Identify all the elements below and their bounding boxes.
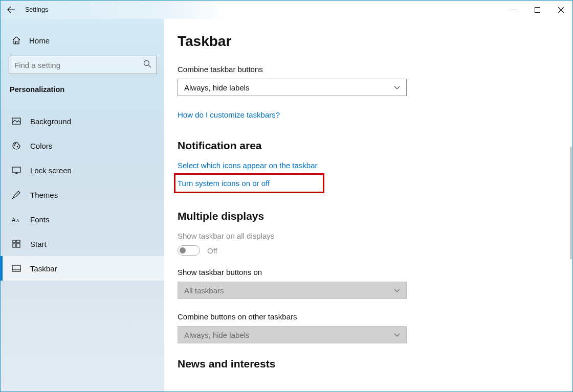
sidebar-item-label: Background bbox=[30, 117, 71, 126]
window-body: Home Personalization Background C bbox=[1, 19, 572, 391]
svg-rect-10 bbox=[16, 240, 20, 243]
palette-icon bbox=[12, 141, 21, 150]
scrollbar-thumb[interactable] bbox=[570, 147, 572, 259]
minimize-button[interactable] bbox=[502, 1, 525, 19]
svg-rect-13 bbox=[12, 265, 20, 271]
svg-rect-6 bbox=[12, 167, 20, 172]
paintbrush-icon bbox=[12, 190, 21, 199]
dropdown-value: All taskbars bbox=[184, 286, 224, 295]
nav-home-label: Home bbox=[29, 36, 50, 45]
close-icon bbox=[558, 7, 564, 13]
svg-point-1 bbox=[144, 61, 149, 66]
sidebar-category: Personalization bbox=[1, 79, 164, 102]
combine-taskbar-dropdown[interactable]: Always, hide labels bbox=[178, 79, 407, 96]
dropdown-value: Always, hide labels bbox=[184, 83, 250, 92]
close-button[interactable] bbox=[549, 1, 572, 19]
svg-point-4 bbox=[15, 143, 16, 144]
sidebar-item-themes[interactable]: Themes bbox=[1, 182, 164, 207]
maximize-icon bbox=[535, 7, 540, 13]
search-input[interactable] bbox=[14, 61, 137, 70]
sidebar-item-label: Colors bbox=[30, 142, 52, 150]
svg-text:A: A bbox=[12, 217, 16, 223]
back-arrow-icon bbox=[7, 6, 15, 14]
chevron-down-icon bbox=[394, 287, 400, 293]
show-all-displays-toggle[interactable] bbox=[178, 245, 200, 256]
svg-text:A: A bbox=[16, 218, 19, 223]
sidebar-item-label: Start bbox=[30, 240, 47, 248]
section-notification-area: Notification area bbox=[178, 140, 558, 152]
window-controls bbox=[502, 1, 572, 19]
sidebar-item-lockscreen[interactable]: Lock screen bbox=[1, 158, 164, 182]
settings-window: Settings Home bbox=[0, 0, 573, 392]
start-grid-icon bbox=[12, 239, 21, 248]
sidebar: Home Personalization Background C bbox=[1, 19, 164, 391]
sidebar-item-start[interactable]: Start bbox=[1, 232, 164, 256]
dropdown-value: Always, hide labels bbox=[184, 331, 250, 339]
minimize-icon bbox=[511, 7, 517, 13]
page-title: Taskbar bbox=[178, 33, 558, 50]
link-turn-system-icons[interactable]: Turn system icons on or off bbox=[178, 177, 321, 190]
sidebar-item-background[interactable]: Background bbox=[1, 109, 164, 133]
home-icon bbox=[12, 36, 21, 45]
svg-point-3 bbox=[14, 145, 15, 146]
chevron-down-icon bbox=[394, 84, 400, 90]
picture-icon bbox=[12, 117, 21, 126]
maximize-button[interactable] bbox=[525, 1, 549, 19]
fonts-icon: AA bbox=[12, 215, 21, 224]
svg-rect-0 bbox=[535, 7, 540, 12]
sidebar-item-label: Fonts bbox=[30, 215, 50, 224]
svg-rect-12 bbox=[16, 244, 20, 247]
svg-point-5 bbox=[17, 146, 18, 147]
sidebar-item-label: Themes bbox=[30, 191, 58, 199]
show-buttons-on-dropdown[interactable]: All taskbars bbox=[178, 282, 407, 299]
combine-taskbar-label: Combine taskbar buttons bbox=[178, 65, 558, 74]
section-news-interests: News and interests bbox=[178, 358, 558, 370]
show-buttons-on-label: Show taskbar buttons on bbox=[178, 268, 558, 276]
sidebar-item-fonts[interactable]: AA Fonts bbox=[1, 207, 164, 232]
sidebar-item-label: Taskbar bbox=[30, 264, 57, 273]
chevron-down-icon bbox=[394, 332, 400, 338]
main-content: Taskbar Combine taskbar buttons Always, … bbox=[164, 19, 572, 391]
sidebar-item-colors[interactable]: Colors bbox=[1, 133, 164, 158]
sidebar-nav: Background Colors Lock screen Themes AA … bbox=[1, 109, 164, 281]
svg-rect-11 bbox=[13, 244, 15, 247]
section-multiple-displays: Multiple displays bbox=[178, 210, 558, 222]
search-icon bbox=[143, 60, 151, 70]
sidebar-item-taskbar[interactable]: Taskbar bbox=[1, 256, 164, 281]
nav-home[interactable]: Home bbox=[1, 29, 164, 52]
monitor-icon bbox=[12, 166, 21, 175]
sidebar-item-label: Lock screen bbox=[30, 166, 72, 175]
titlebar: Settings bbox=[1, 1, 572, 19]
svg-rect-9 bbox=[13, 240, 15, 243]
show-all-displays-label: Show taskbar on all displays bbox=[178, 232, 558, 240]
back-button[interactable] bbox=[1, 1, 22, 19]
toggle-state-label: Off bbox=[207, 246, 217, 255]
help-link-customize-taskbars[interactable]: How do I customize taskbars? bbox=[178, 110, 280, 119]
taskbar-icon bbox=[12, 264, 21, 273]
combine-other-dropdown[interactable]: Always, hide labels bbox=[178, 326, 407, 343]
combine-other-label: Combine buttons on other taskbars bbox=[178, 312, 558, 321]
window-title: Settings bbox=[25, 6, 48, 13]
link-select-icons[interactable]: Select which icons appear on the taskbar bbox=[178, 161, 318, 170]
search-box[interactable] bbox=[9, 56, 157, 74]
